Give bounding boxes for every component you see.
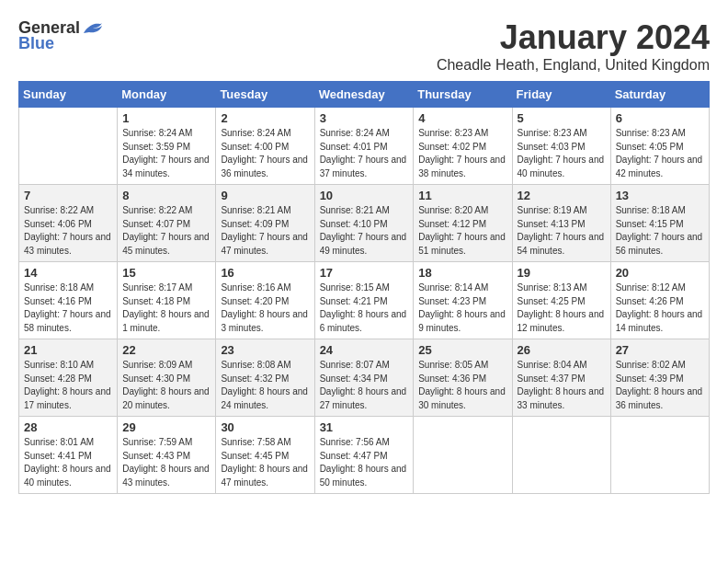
day-info: Sunrise: 8:14 AM Sunset: 4:23 PM Dayligh…: [418, 282, 506, 335]
day-info: Sunrise: 8:17 AM Sunset: 4:18 PM Dayligh…: [122, 282, 210, 335]
col-saturday: Saturday: [610, 82, 709, 108]
day-info: Sunrise: 7:59 AM Sunset: 4:43 PM Dayligh…: [122, 436, 210, 489]
calendar-cell: 15Sunrise: 8:17 AM Sunset: 4:18 PM Dayli…: [118, 262, 216, 339]
week-row-4: 21Sunrise: 8:10 AM Sunset: 4:28 PM Dayli…: [19, 339, 710, 417]
day-number: 31: [320, 420, 409, 434]
title-section: January 2024 Cheadle Heath, England, Uni…: [437, 18, 710, 74]
calendar-cell: 1Sunrise: 8:24 AM Sunset: 3:59 PM Daylig…: [118, 108, 216, 185]
col-thursday: Thursday: [414, 82, 512, 108]
calendar-cell: 13Sunrise: 8:18 AM Sunset: 4:15 PM Dayli…: [610, 185, 709, 262]
day-number: 21: [24, 343, 112, 357]
calendar-cell: 26Sunrise: 8:04 AM Sunset: 4:37 PM Dayli…: [512, 339, 610, 417]
location-title: Cheadle Heath, England, United Kingdom: [437, 57, 710, 74]
day-info: Sunrise: 8:15 AM Sunset: 4:21 PM Dayligh…: [320, 282, 409, 335]
day-number: 5: [518, 111, 606, 125]
day-info: Sunrise: 8:13 AM Sunset: 4:25 PM Dayligh…: [518, 282, 606, 335]
col-wednesday: Wednesday: [314, 82, 414, 108]
calendar-cell: [414, 417, 512, 494]
day-number: 7: [24, 189, 112, 202]
calendar-cell: 20Sunrise: 8:12 AM Sunset: 4:26 PM Dayli…: [610, 262, 709, 339]
day-info: Sunrise: 8:09 AM Sunset: 4:30 PM Dayligh…: [122, 359, 210, 412]
calendar-cell: [610, 417, 709, 494]
day-number: 22: [122, 343, 210, 357]
calendar-cell: 19Sunrise: 8:13 AM Sunset: 4:25 PM Dayli…: [512, 262, 610, 339]
logo-bird-icon: [82, 20, 102, 37]
calendar-cell: 25Sunrise: 8:05 AM Sunset: 4:36 PM Dayli…: [414, 339, 512, 417]
calendar-cell: 18Sunrise: 8:14 AM Sunset: 4:23 PM Dayli…: [414, 262, 512, 339]
calendar-cell: 7Sunrise: 8:22 AM Sunset: 4:06 PM Daylig…: [19, 185, 118, 262]
day-info: Sunrise: 8:10 AM Sunset: 4:28 PM Dayligh…: [24, 359, 112, 412]
day-number: 4: [418, 111, 506, 125]
day-number: 28: [24, 420, 112, 434]
day-number: 13: [616, 189, 704, 202]
calendar-cell: 8Sunrise: 8:22 AM Sunset: 4:07 PM Daylig…: [118, 185, 216, 262]
day-info: Sunrise: 8:21 AM Sunset: 4:10 PM Dayligh…: [320, 204, 409, 258]
day-number: 9: [221, 189, 309, 202]
day-number: 10: [320, 189, 409, 202]
day-number: 1: [122, 111, 210, 125]
col-tuesday: Tuesday: [216, 82, 314, 108]
day-number: 12: [518, 189, 606, 202]
day-number: 14: [24, 266, 112, 280]
calendar-cell: 29Sunrise: 7:59 AM Sunset: 4:43 PM Dayli…: [118, 417, 216, 494]
day-info: Sunrise: 8:16 AM Sunset: 4:20 PM Dayligh…: [221, 282, 309, 335]
calendar-cell: 24Sunrise: 8:07 AM Sunset: 4:34 PM Dayli…: [314, 339, 414, 417]
calendar-cell: [19, 108, 118, 185]
week-row-5: 28Sunrise: 8:01 AM Sunset: 4:41 PM Dayli…: [19, 417, 710, 494]
day-info: Sunrise: 8:22 AM Sunset: 4:06 PM Dayligh…: [24, 204, 112, 258]
day-number: 20: [616, 266, 704, 280]
day-info: Sunrise: 8:02 AM Sunset: 4:39 PM Dayligh…: [616, 359, 704, 412]
logo: General Blue: [18, 18, 102, 53]
day-number: 23: [221, 343, 309, 357]
day-number: 26: [518, 343, 606, 357]
logo-blue-text: Blue: [18, 34, 54, 53]
calendar-cell: 22Sunrise: 8:09 AM Sunset: 4:30 PM Dayli…: [118, 339, 216, 417]
day-info: Sunrise: 7:58 AM Sunset: 4:45 PM Dayligh…: [221, 436, 309, 489]
day-number: 24: [320, 343, 409, 357]
day-info: Sunrise: 7:56 AM Sunset: 4:47 PM Dayligh…: [320, 436, 409, 489]
day-info: Sunrise: 8:23 AM Sunset: 4:03 PM Dayligh…: [518, 127, 606, 180]
day-number: 30: [221, 420, 309, 434]
day-info: Sunrise: 8:05 AM Sunset: 4:36 PM Dayligh…: [418, 359, 506, 412]
day-info: Sunrise: 8:22 AM Sunset: 4:07 PM Dayligh…: [122, 204, 210, 258]
day-info: Sunrise: 8:01 AM Sunset: 4:41 PM Dayligh…: [24, 436, 112, 489]
calendar-cell: 12Sunrise: 8:19 AM Sunset: 4:13 PM Dayli…: [512, 185, 610, 262]
day-info: Sunrise: 8:20 AM Sunset: 4:12 PM Dayligh…: [418, 204, 506, 258]
day-info: Sunrise: 8:23 AM Sunset: 4:05 PM Dayligh…: [616, 127, 704, 180]
day-number: 15: [122, 266, 210, 280]
calendar-cell: 9Sunrise: 8:21 AM Sunset: 4:09 PM Daylig…: [216, 185, 314, 262]
day-number: 17: [320, 266, 409, 280]
day-number: 25: [418, 343, 506, 357]
day-info: Sunrise: 8:21 AM Sunset: 4:09 PM Dayligh…: [221, 204, 309, 258]
day-info: Sunrise: 8:24 AM Sunset: 4:00 PM Dayligh…: [221, 127, 309, 180]
calendar-table: Sunday Monday Tuesday Wednesday Thursday…: [18, 81, 710, 494]
day-info: Sunrise: 8:07 AM Sunset: 4:34 PM Dayligh…: [320, 359, 409, 412]
calendar-cell: 31Sunrise: 7:56 AM Sunset: 4:47 PM Dayli…: [314, 417, 414, 494]
day-info: Sunrise: 8:24 AM Sunset: 4:01 PM Dayligh…: [320, 127, 409, 180]
calendar-cell: 3Sunrise: 8:24 AM Sunset: 4:01 PM Daylig…: [314, 108, 414, 185]
col-sunday: Sunday: [19, 82, 118, 108]
calendar-cell: 11Sunrise: 8:20 AM Sunset: 4:12 PM Dayli…: [414, 185, 512, 262]
calendar-cell: 28Sunrise: 8:01 AM Sunset: 4:41 PM Dayli…: [19, 417, 118, 494]
calendar-cell: [512, 417, 610, 494]
calendar-cell: 27Sunrise: 8:02 AM Sunset: 4:39 PM Dayli…: [610, 339, 709, 417]
calendar-cell: 10Sunrise: 8:21 AM Sunset: 4:10 PM Dayli…: [314, 185, 414, 262]
week-row-3: 14Sunrise: 8:18 AM Sunset: 4:16 PM Dayli…: [19, 262, 710, 339]
day-number: 29: [122, 420, 210, 434]
col-monday: Monday: [118, 82, 216, 108]
day-info: Sunrise: 8:23 AM Sunset: 4:02 PM Dayligh…: [418, 127, 506, 180]
day-info: Sunrise: 8:12 AM Sunset: 4:26 PM Dayligh…: [616, 282, 704, 335]
day-number: 18: [418, 266, 506, 280]
calendar-cell: 21Sunrise: 8:10 AM Sunset: 4:28 PM Dayli…: [19, 339, 118, 417]
calendar-cell: 16Sunrise: 8:16 AM Sunset: 4:20 PM Dayli…: [216, 262, 314, 339]
day-number: 19: [518, 266, 606, 280]
calendar-cell: 30Sunrise: 7:58 AM Sunset: 4:45 PM Dayli…: [216, 417, 314, 494]
calendar-cell: 2Sunrise: 8:24 AM Sunset: 4:00 PM Daylig…: [216, 108, 314, 185]
day-info: Sunrise: 8:18 AM Sunset: 4:16 PM Dayligh…: [24, 282, 112, 335]
calendar-cell: 14Sunrise: 8:18 AM Sunset: 4:16 PM Dayli…: [19, 262, 118, 339]
month-title: January 2024: [437, 18, 710, 57]
calendar-cell: 23Sunrise: 8:08 AM Sunset: 4:32 PM Dayli…: [216, 339, 314, 417]
day-info: Sunrise: 8:24 AM Sunset: 3:59 PM Dayligh…: [122, 127, 210, 180]
day-number: 11: [418, 189, 506, 202]
week-row-1: 1Sunrise: 8:24 AM Sunset: 3:59 PM Daylig…: [19, 108, 710, 185]
